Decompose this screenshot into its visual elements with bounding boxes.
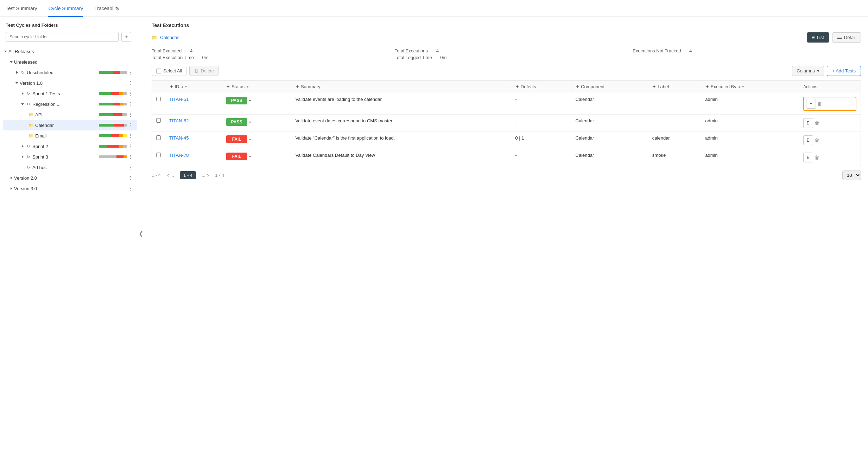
status-dropdown-TITAN-78[interactable]: ▾ (248, 155, 252, 159)
progress-calendar (99, 124, 127, 127)
pagination: 1 - 4 < ... 1 - 4 ... > 1 - 4 10 25 50 (152, 171, 861, 180)
sort-executed-icon: ▲▼ (738, 85, 745, 89)
sort-status-icon: ▼ (246, 85, 249, 89)
progress-sprint3 (99, 155, 127, 158)
row-checkbox-TITAN-52[interactable] (156, 118, 161, 123)
dots-adhoc[interactable]: ⋮ (127, 164, 134, 171)
delete-row-button-TITAN-51[interactable]: 🗑 (817, 101, 822, 107)
delete-row-button-TITAN-78[interactable]: 🗑 (815, 155, 819, 160)
dots-sprint2[interactable]: ⋮ (127, 143, 134, 150)
actions-cell-TITAN-45: E 🗑 (799, 132, 861, 149)
select-all-button[interactable]: Select All (152, 66, 186, 76)
dots-email[interactable]: ⋮ (127, 132, 134, 139)
issue-link-TITAN-52[interactable]: TITAN-52 (169, 118, 189, 123)
th-label[interactable]: ✦ Label (648, 81, 701, 93)
tree-item-sprint2[interactable]: ↻ Sprint 2 ⋮ (3, 141, 137, 152)
row-checkbox-TITAN-45[interactable] (156, 135, 161, 140)
dots-calendar[interactable]: ⋮ (127, 122, 134, 129)
tab-traceability[interactable]: Traceability (94, 1, 119, 17)
row-checkbox-TITAN-78[interactable] (156, 153, 161, 157)
email-label: Email (35, 133, 97, 139)
executed-by-cell-TITAN-45: admin (701, 132, 799, 149)
table-row: TITAN-45 FAIL ▾ Validate "Calendar" is t… (152, 132, 861, 149)
stat-executions-not-tracked: Executions Not Tracked : 4 (633, 48, 861, 53)
select-all-checkbox-icon (156, 69, 161, 73)
tree-item-version2[interactable]: Version 2.0 ⋮ (3, 173, 137, 183)
th-status[interactable]: ✦ Status ▼ (222, 81, 291, 93)
delete-row-button-TITAN-45[interactable]: 🗑 (815, 137, 819, 143)
edit-button-TITAN-51[interactable]: E (806, 99, 816, 109)
issue-link-TITAN-45[interactable]: TITAN-45 (169, 135, 189, 141)
cycle-icon-sprint3: ↻ (25, 154, 31, 160)
th-label-icon: ✦ (652, 84, 656, 89)
per-page-select[interactable]: 10 25 50 (842, 171, 861, 180)
edit-button-TITAN-45[interactable]: E (803, 135, 813, 145)
th-label-label: Label (658, 84, 669, 89)
pagination-current[interactable]: 1 - 4 (180, 171, 196, 179)
tree-item-unreleased[interactable]: Unreleased (3, 57, 137, 67)
arrow-email (25, 133, 28, 139)
delete-button[interactable]: 🗑 Delete (189, 66, 218, 76)
row-checkbox-TITAN-51[interactable] (156, 97, 161, 101)
arrow-regression (20, 101, 25, 107)
status-badge-TITAN-45: FAIL (226, 135, 247, 143)
dots-sprint3[interactable]: ⋮ (127, 153, 134, 160)
view-buttons: ≡ List ▬ Detail (807, 32, 861, 43)
tree-item-all-releases[interactable]: All Releases (3, 46, 137, 57)
th-id-label: ID (175, 84, 179, 89)
edit-button-TITAN-52[interactable]: E (803, 118, 813, 128)
tree-item-regression[interactable]: ↻ Regression ... ⋮ (3, 99, 137, 109)
cycle-icon-sprint2: ↻ (25, 143, 31, 149)
columns-button[interactable]: Columns ▾ (792, 66, 824, 76)
status-dropdown-TITAN-52[interactable]: ▾ (248, 120, 252, 124)
th-id[interactable]: ✦ ID ▲▼ (165, 81, 222, 93)
tree-item-calendar[interactable]: 📁 Calendar ⋮ (3, 120, 137, 130)
th-defects[interactable]: ✦ Defects (511, 81, 571, 93)
issue-link-TITAN-78[interactable]: TITAN-78 (169, 153, 189, 158)
cycle-icon-sprint1: ↻ (25, 91, 31, 96)
dots-api[interactable]: ⋮ (127, 111, 134, 118)
th-summary[interactable]: ✦ Summary (291, 81, 511, 93)
all-releases-label: All Releases (8, 49, 134, 54)
add-tests-label: + Add Tests (832, 68, 856, 73)
unreleased-label: Unreleased (14, 59, 134, 65)
dots-version2[interactable]: ⋮ (127, 174, 134, 181)
th-summary-label: Summary (301, 84, 321, 89)
adhoc-label: Ad hoc (32, 165, 127, 170)
edit-button-TITAN-78[interactable]: E (803, 153, 813, 162)
arrow-version3 (8, 186, 14, 191)
th-actions: Actions (799, 81, 861, 93)
detail-icon: ▬ (837, 35, 842, 40)
th-component[interactable]: ✦ Component (571, 81, 648, 93)
th-executed-by-icon: ✦ (705, 84, 709, 89)
tree-item-version3[interactable]: Version 3.0 ⋮ (3, 183, 137, 194)
tree-item-unscheduled[interactable]: ↻ Unscheduled ⋮ (3, 67, 137, 78)
columns-label: Columns (797, 68, 815, 73)
delete-row-button-TITAN-52[interactable]: 🗑 (815, 120, 819, 126)
issue-link-TITAN-51[interactable]: TITAN-51 (169, 97, 189, 102)
tab-test-summary[interactable]: Test Summary (6, 1, 37, 17)
tree-item-sprint1[interactable]: ↻ Sprint 1 Tests ⋮ (3, 88, 137, 99)
tab-cycle-summary[interactable]: Cycle Summary (48, 1, 83, 17)
dots-regression[interactable]: ⋮ (127, 101, 134, 108)
search-input[interactable] (6, 32, 119, 42)
dots-sprint1[interactable]: ⋮ (127, 90, 134, 97)
tree-item-adhoc[interactable]: ↻ Ad hoc ⋮ (3, 162, 137, 173)
dots-version1[interactable]: ⋮ (127, 79, 134, 86)
tree-item-version1[interactable]: Version 1.0 ⋮ (3, 78, 137, 88)
list-view-button[interactable]: ≡ List (807, 32, 829, 43)
th-executed-by[interactable]: ✦ Executed By ▲▼ (701, 81, 799, 93)
status-dropdown-TITAN-45[interactable]: ▾ (248, 137, 252, 141)
tree-item-sprint3[interactable]: ↻ Sprint 3 ⋮ (3, 152, 137, 162)
collapse-sidebar-button[interactable]: ❮ (137, 17, 145, 450)
dots-unscheduled[interactable]: ⋮ (127, 69, 134, 76)
add-cycle-button[interactable]: + (121, 32, 131, 42)
tree-item-email[interactable]: 📁 Email ⋮ (3, 130, 137, 141)
pagination-prev-dots[interactable]: < ... (164, 171, 177, 179)
add-tests-button[interactable]: + Add Tests (827, 66, 861, 76)
detail-view-button[interactable]: ▬ Detail (832, 32, 861, 43)
pagination-next-dots[interactable]: ... > (199, 171, 212, 179)
tree-item-api[interactable]: 📁 API ⋮ (3, 109, 137, 120)
status-dropdown-TITAN-51[interactable]: ▾ (248, 99, 252, 103)
dots-version3[interactable]: ⋮ (127, 185, 134, 192)
